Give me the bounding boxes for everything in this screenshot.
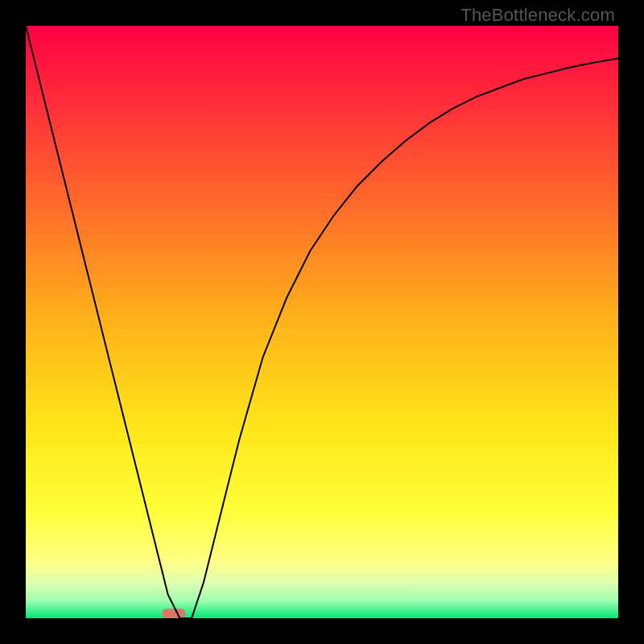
gradient-background (26, 26, 618, 618)
chart-frame: TheBottleneck.com (0, 0, 644, 644)
watermark-text: TheBottleneck.com (460, 5, 615, 26)
plot-area (26, 26, 618, 618)
chart-svg (26, 26, 618, 618)
min-marker (162, 609, 185, 618)
